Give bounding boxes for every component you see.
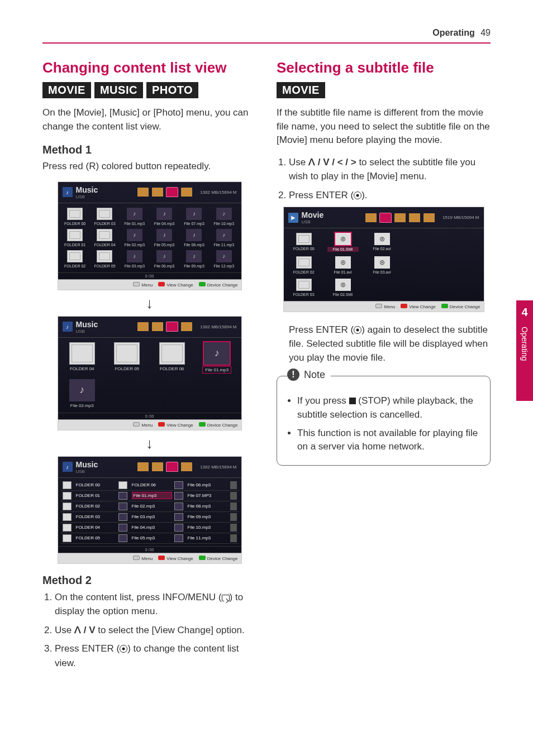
movie-file-item: ⊛File 01.SMI [327, 233, 359, 252]
ss-footer-device: Device Change [207, 283, 238, 288]
item-label: FOLDER 02 [76, 504, 116, 509]
mode-tags: MOVIE MUSIC PHOTO [42, 82, 256, 98]
folder-icon [118, 481, 127, 489]
side-chapter-tab: 4 Operating [516, 300, 533, 401]
item-label: FOLDER 04 [69, 366, 95, 371]
folder-icon [296, 256, 312, 269]
item-label: File 05.mp3 [151, 243, 177, 247]
enter-icon [120, 645, 127, 653]
music-note-icon: ♪ [69, 379, 95, 401]
item-label: File 10.mp3 [211, 222, 236, 226]
item-label: File 02.mp3 [69, 403, 95, 408]
music-note-icon: ♪ [127, 229, 142, 241]
ss-tab [181, 322, 192, 331]
music-note-icon [118, 503, 127, 510]
method1-title: Method 1 [42, 143, 256, 156]
screenshot-grid-large: ♪ Music USB 1382 MB/15894 M FOLDER 04FOL… [58, 316, 242, 430]
scrollbar-icon [230, 492, 237, 500]
item-label: FOLDER 06 [132, 482, 172, 487]
film-reel-icon: ⊛ [335, 233, 351, 245]
music-note-icon: ♪ [186, 250, 202, 262]
item-label: FOLDER 05 [92, 264, 117, 268]
movie-file-item: ⊛File 01.avi [327, 256, 359, 274]
note-item-2: This function is not available for playi… [297, 427, 481, 454]
page-header: Operating 49 [42, 28, 491, 44]
item-label: FOLDER 00 [63, 222, 88, 226]
tag-movie: MOVIE [42, 82, 91, 98]
movie-icon: ▶ [288, 213, 298, 223]
folder-item: FOLDER 00 [63, 208, 88, 226]
music-note-icon [118, 534, 127, 542]
scrollbar-icon [230, 534, 237, 542]
item-label: FOLDER 01 [76, 493, 116, 498]
folder-icon [63, 492, 72, 500]
music-file-item: ♪File 09.mp3 [182, 250, 207, 268]
music-file-item: ♪File 11.mp3 [211, 229, 236, 247]
subtitle-steps: Use Ʌ / V / < / > to select the subtitle… [277, 155, 491, 203]
method1-body: Press red (R) colored button repeatedly. [42, 160, 256, 174]
item-label: File 06.mp3 [151, 264, 177, 268]
folder-item: FOLDER 00 [288, 233, 320, 252]
tag-movie: MOVIE [277, 82, 325, 98]
ss-storage: 1382 MB/15894 M [200, 190, 236, 195]
music-note-icon: ♪ [216, 208, 232, 220]
music-note-icon [174, 492, 183, 500]
mode-tags: MOVIE [277, 82, 491, 98]
section-title-left: Changing content list view [42, 59, 256, 76]
info-icon: ! [287, 369, 299, 381]
subtitle-step-2: Press ENTER (). [289, 188, 491, 203]
ss-tab [365, 213, 377, 222]
item-label: File 10.mp3 [188, 525, 228, 530]
folder-item: FOLDER 05 [114, 342, 140, 374]
music-file-item: ♪File 07.mp3 [182, 208, 207, 226]
ss-counter: 0 /30 [58, 272, 241, 279]
folder-icon [97, 250, 112, 262]
folder-item: FOLDER 02 [63, 250, 88, 268]
item-label: FOLDER 05 [76, 535, 116, 540]
folder-icon [159, 342, 185, 365]
stop-icon [349, 398, 356, 404]
down-arrow-icon: ↓ [42, 296, 256, 310]
film-reel-icon: ⊛ [374, 256, 390, 269]
subtitle-step-1: Use Ʌ / V / < / > to select the subtitle… [289, 155, 491, 184]
item-label: File 03.avi [367, 270, 398, 274]
music-note-icon: ♪ [186, 229, 202, 241]
scrollbar-icon [230, 503, 237, 510]
ss-subtitle: USB [76, 194, 98, 199]
film-reel-icon: ⊛ [335, 279, 351, 291]
item-label: File 04.mp3 [151, 222, 177, 226]
ss-footer-view: View Change [166, 283, 193, 288]
method2-steps: On the content list, press INFO/MENU () … [42, 590, 256, 671]
ss-tab [423, 213, 435, 222]
ss-tab [152, 322, 163, 331]
method2-step-1: On the content list, press INFO/MENU () … [55, 590, 256, 619]
section-title-right: Selecting a subtitle file [277, 59, 491, 76]
music-note-icon: ♪ [127, 250, 142, 262]
list-row: FOLDER 01File 01.mp3File 07.MP3 [60, 491, 239, 501]
movie-file-item: ⊛File 02.avi [367, 233, 398, 252]
note-title: Note [304, 369, 325, 381]
ss-tab [409, 213, 420, 222]
intro-text: On the [Movie], [Music] or [Photo] menu,… [42, 106, 256, 133]
ss-title: Music [76, 185, 98, 194]
tag-photo: PHOTO [146, 82, 198, 98]
note-item-1: If you press (STOP) while playback, the … [297, 394, 481, 422]
music-file-item: ♪File 02.mp3 [122, 229, 147, 247]
item-label: FOLDER 02 [288, 270, 320, 274]
list-row: FOLDER 00FOLDER 06File 06.mp3 [60, 480, 239, 491]
folder-icon [63, 481, 72, 489]
note-box: ! Note If you press (STOP) while playbac… [277, 376, 491, 466]
header-section: Operating [432, 28, 475, 37]
item-label: FOLDER 03 [288, 293, 320, 296]
folder-item: FOLDER 06 [159, 342, 185, 374]
scrollbar-icon [230, 481, 237, 489]
music-note-icon: ♪ [63, 187, 73, 197]
method2-title: Method 2 [42, 574, 256, 587]
folder-icon [97, 229, 112, 241]
music-file-item: ♪File 10.mp3 [211, 208, 236, 226]
after-ss-text: Press ENTER () again to deselect the sub… [277, 323, 491, 365]
ss-tab [181, 462, 192, 471]
item-label: FOLDER 06 [159, 366, 185, 371]
item-label: File 11.mp3 [188, 535, 228, 540]
folder-icon [97, 208, 112, 220]
